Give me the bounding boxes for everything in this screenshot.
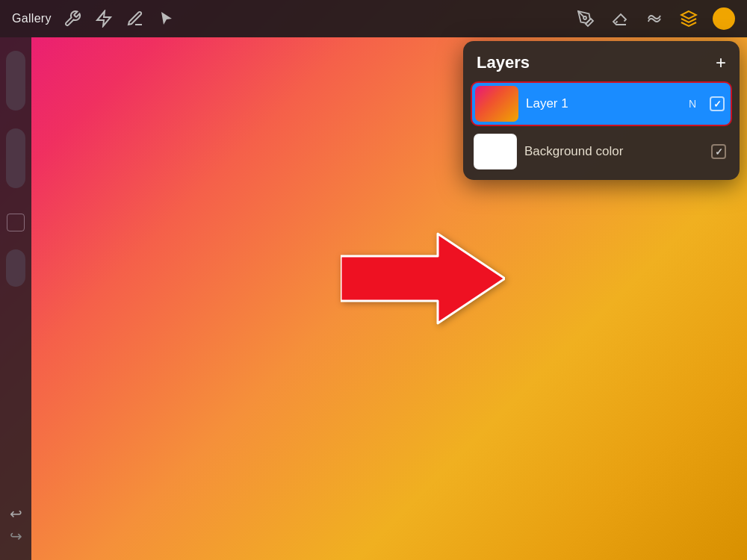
modifier-button[interactable] xyxy=(7,214,25,231)
layers-panel: Layers + Layer 1 N Background color xyxy=(463,41,740,180)
background-color-label: Background color xyxy=(524,144,704,159)
layers-icon[interactable] xyxy=(678,8,699,29)
svg-point-1 xyxy=(583,16,586,19)
left-sidebar: ↩ ↪ xyxy=(0,37,31,560)
undo-button[interactable]: ↩ xyxy=(10,505,22,523)
svg-marker-2 xyxy=(681,11,696,19)
color-picker-button[interactable] xyxy=(713,7,735,30)
eraser-icon[interactable] xyxy=(610,8,630,29)
flow-slider[interactable] xyxy=(6,249,25,287)
brush-size-slider[interactable] xyxy=(6,51,25,111)
layer1-label: Layer 1 xyxy=(526,96,681,111)
smudge-icon[interactable] xyxy=(644,8,665,29)
selection-icon[interactable] xyxy=(156,8,177,29)
layer1-visibility-checkbox[interactable] xyxy=(710,96,725,111)
wrench-icon[interactable] xyxy=(62,8,83,29)
magic-icon[interactable] xyxy=(93,8,114,29)
pen-icon[interactable] xyxy=(575,8,596,29)
layer1-thumbnail xyxy=(475,86,518,122)
toolbar-right xyxy=(575,7,735,30)
background-visibility-checkbox[interactable] xyxy=(711,144,726,159)
background-thumbnail xyxy=(474,134,517,169)
gallery-button[interactable]: Gallery xyxy=(12,12,52,25)
brush-s-icon[interactable] xyxy=(125,8,146,29)
layer1-blend-mode[interactable]: N xyxy=(689,98,696,110)
redo-button[interactable]: ↪ xyxy=(10,527,22,545)
top-toolbar: Gallery xyxy=(0,0,747,37)
svg-marker-0 xyxy=(97,11,111,26)
layer1-row[interactable]: Layer 1 N xyxy=(471,81,732,126)
svg-marker-3 xyxy=(341,234,505,323)
instruction-arrow xyxy=(341,230,505,330)
layers-panel-title: Layers xyxy=(477,53,530,72)
add-layer-button[interactable]: + xyxy=(716,54,726,72)
opacity-slider[interactable] xyxy=(6,128,25,188)
toolbar-left: Gallery xyxy=(12,8,177,29)
layers-header: Layers + xyxy=(463,41,740,81)
background-color-row[interactable]: Background color xyxy=(471,131,732,172)
